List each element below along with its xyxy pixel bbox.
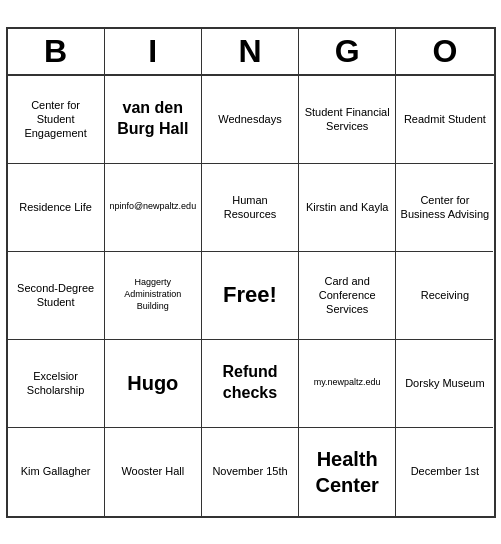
bingo-cell-20: Kim Gallagher: [8, 428, 105, 516]
bingo-header: BINGO: [8, 29, 494, 76]
bingo-cell-24: December 1st: [396, 428, 493, 516]
bingo-letter-o: O: [396, 29, 493, 74]
bingo-cell-16: Hugo: [105, 340, 202, 428]
bingo-cell-14: Receiving: [396, 252, 493, 340]
bingo-card: BINGO Center for Student Engagementvan d…: [6, 27, 496, 518]
bingo-cell-11: Haggerty Administration Building: [105, 252, 202, 340]
bingo-cell-5: Residence Life: [8, 164, 105, 252]
bingo-cell-4: Readmit Student: [396, 76, 493, 164]
bingo-cell-3: Student Financial Services: [299, 76, 396, 164]
bingo-cell-18: my.newpaltz.edu: [299, 340, 396, 428]
bingo-cell-22: November 15th: [202, 428, 299, 516]
bingo-letter-b: B: [8, 29, 105, 74]
bingo-letter-g: G: [299, 29, 396, 74]
bingo-cell-12: Free!: [202, 252, 299, 340]
bingo-cell-23: Health Center: [299, 428, 396, 516]
bingo-cell-0: Center for Student Engagement: [8, 76, 105, 164]
bingo-letter-n: N: [202, 29, 299, 74]
bingo-cell-2: Wednesdays: [202, 76, 299, 164]
bingo-grid: Center for Student Engagementvan den Bur…: [8, 76, 494, 516]
bingo-cell-9: Center for Business Advising: [396, 164, 493, 252]
bingo-cell-6: npinfo@newpaltz.edu: [105, 164, 202, 252]
bingo-cell-13: Card and Conference Services: [299, 252, 396, 340]
bingo-cell-17: Refund checks: [202, 340, 299, 428]
bingo-cell-19: Dorsky Museum: [396, 340, 493, 428]
bingo-cell-7: Human Resources: [202, 164, 299, 252]
bingo-cell-1: van den Burg Hall: [105, 76, 202, 164]
bingo-cell-10: Second-Degree Student: [8, 252, 105, 340]
bingo-letter-i: I: [105, 29, 202, 74]
bingo-cell-21: Wooster Hall: [105, 428, 202, 516]
bingo-cell-15: Excelsior Scholarship: [8, 340, 105, 428]
bingo-cell-8: Kirstin and Kayla: [299, 164, 396, 252]
